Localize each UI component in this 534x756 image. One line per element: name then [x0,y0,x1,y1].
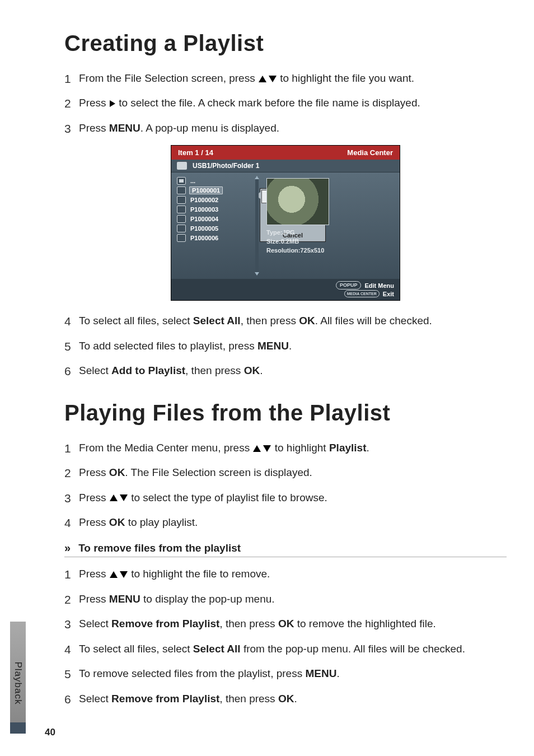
t: . A pop-up menu is displayed. [140,122,279,134]
list-item-up[interactable]: ... [177,177,252,185]
svg-marker-0 [259,76,266,82]
media-center-figure: Item 1 / 14 Media Center USB1/Photo/Fold… [171,145,400,301]
s1-step-6: 6 Select Add to Playlist, then press OK. [64,363,507,380]
step-text: To select all files, select Select All f… [79,641,507,657]
s1-step-5: 5 To add selected files to playlist, pre… [64,338,507,355]
t: , then press [219,693,278,704]
t: Press [79,492,109,503]
scrollbar[interactable] [255,177,259,274]
t: . [260,365,263,376]
t: Remove from Playlist [111,618,219,629]
step-number: 6 [64,691,79,708]
page-content: Creating a Playlist 1 From the File Sele… [64,31,507,716]
t: From the File Selection screen, press [79,72,258,84]
s2b-step-1: 1 Press to highlight the file to remove. [64,566,507,583]
s2-step-1: 1 From the Media Center menu, press to h… [64,440,507,457]
meta-size: Size:0.2MB [266,237,324,246]
step-number: 2 [64,95,79,112]
t: . [366,442,369,454]
t: OK [299,315,315,326]
image-icon [177,215,186,223]
list-item[interactable]: P1000004 [177,215,252,223]
t: Press [79,593,109,605]
t: MENU [109,593,140,605]
step-text: Press OK to play playlist. [79,515,507,530]
t: from the pop-up menu. All files will be … [241,643,465,655]
t: . [294,693,297,704]
list-item[interactable]: P1000001 [177,186,252,194]
s2b-step-3: 3 Select Remove from Playlist, then pres… [64,616,507,633]
t: to highlight the file to remove. [131,568,270,580]
svg-marker-5 [110,494,118,501]
s2-step-3: 3 Press to select the type of playlist f… [64,490,507,507]
step-text: Select Remove from Playlist, then press … [79,691,507,707]
t: , then press [185,365,244,376]
t: . [289,340,292,352]
t: MENU [109,122,140,134]
svg-marker-3 [253,445,261,452]
heading-playing-playlist: Playing Files from the Playlist [64,400,507,426]
up-down-icon [252,445,271,452]
image-icon [177,196,186,204]
mc-file-list: ... P1000001 P1000002 P1000003 [171,172,255,279]
list-item[interactable]: P1000005 [177,225,252,232]
step-number: 5 [64,338,79,355]
t: Press [79,97,109,109]
t: to play playlist. [125,516,198,528]
s1-step-2: 2 Press to select the file. A check mark… [64,95,507,112]
right-icon [109,100,116,108]
t: . [336,668,339,679]
up-down-icon [109,571,128,578]
t: OK [109,516,125,528]
mc-preview-pane: Type:JPG Size:0.2MB Resolution:725x510 [255,172,400,279]
t: Press [79,568,109,580]
mc-title: Media Center [347,148,393,157]
exit-label: Exit [383,291,394,297]
media-center-button-hint: MEDIA CENTER [344,290,380,297]
svg-marker-2 [110,100,115,107]
up-down-icon [258,75,277,83]
step-text: Press MENU. A pop-up menu is displayed. [79,120,507,136]
t: to select the type of playlist file to b… [131,492,327,503]
t: Press [79,122,109,134]
list-label: P1000002 [189,197,219,203]
step-number: 1 [64,440,79,457]
t: , then press [219,618,278,629]
s1-step-3: 3 Press MENU. A pop-up menu is displayed… [64,120,507,137]
chevron-right-icon: » [64,542,71,554]
t: , then press [241,315,299,326]
svg-marker-8 [120,571,128,578]
mc-footer: POPUP Edit Menu MEDIA CENTER Exit [171,279,400,300]
t: to select the file. A check mark before … [119,97,420,109]
popup-button-hint: POPUP [336,281,362,290]
step-text: Press MENU to display the pop-up menu. [79,591,507,607]
up-down-icon [109,494,128,502]
folder-up-icon [177,177,186,185]
mc-titlebar: Item 1 / 14 Media Center [171,146,400,160]
list-item[interactable]: P1000006 [177,234,252,242]
list-label: P1000003 [189,206,219,213]
step-text: Press to highlight the file to remove. [79,566,507,582]
sub-heading: To remove files from the playlist [78,542,241,554]
t: OK [244,365,260,376]
list-item[interactable]: P1000003 [177,206,252,213]
t: Remove from Playlist [111,693,219,704]
step-text: Select Add to Playlist, then press OK. [79,363,507,379]
preview-thumbnail [266,178,329,225]
folder-icon [177,162,187,170]
mc-breadcrumb: USB1/Photo/Folder 1 [171,160,400,172]
step-text: Press OK. The File Selection screen is d… [79,465,507,480]
edit-menu-label: Edit Menu [364,282,394,289]
s1-step-4: 4 To select all files, select Select All… [64,313,507,330]
mc-item-counter: Item 1 / 14 [178,148,213,157]
meta-resolution: Resolution:725x510 [266,246,324,255]
svg-marker-4 [263,445,271,452]
step-number: 3 [64,490,79,507]
step-number: 2 [64,591,79,608]
step-text: To add selected files to playlist, press… [79,338,507,354]
svg-marker-6 [120,494,128,501]
step-text: From the Media Center menu, press to hig… [79,440,507,456]
svg-marker-7 [110,571,118,578]
s2b-step-6: 6 Select Remove from Playlist, then pres… [64,691,507,708]
list-item[interactable]: P1000002 [177,196,252,204]
